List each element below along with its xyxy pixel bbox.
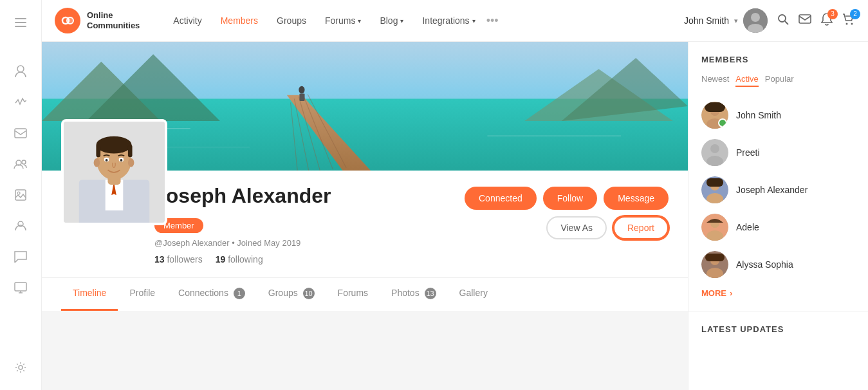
member-item-alyssa[interactable]: Alyssa Sophia: [701, 246, 855, 283]
svg-point-3: [17, 66, 24, 72]
member-item-joseph[interactable]: Joseph Alexander: [701, 171, 855, 209]
svg-point-22: [846, 23, 848, 24]
navbar: Online Communities Activity Members Grou…: [42, 0, 868, 42]
filter-popular[interactable]: Popular: [765, 74, 794, 87]
filter-active[interactable]: Active: [735, 74, 758, 87]
tab-timeline[interactable]: Timeline: [61, 278, 118, 311]
nav-links: Activity Members Groups Forums ▾ Blog ▾ …: [165, 10, 671, 31]
member-name-joseph: Joseph Alexander: [736, 185, 808, 195]
profile-name: Joseph Alexander: [154, 183, 331, 208]
svg-point-61: [710, 144, 719, 153]
tab-groups[interactable]: Groups 10: [257, 278, 326, 311]
nav-forums[interactable]: Forums ▾: [317, 10, 369, 31]
member-item-adele[interactable]: Adele: [701, 209, 855, 246]
gallery-icon[interactable]: [8, 182, 33, 208]
member-avatar-joseph: [701, 176, 728, 203]
svg-point-23: [851, 23, 853, 24]
svg-rect-2: [15, 26, 26, 27]
member-name-john: John Smith: [736, 110, 781, 120]
connected-button[interactable]: Connected: [465, 187, 537, 210]
nav-members[interactable]: Members: [213, 10, 266, 31]
photos-badge: 13: [425, 288, 436, 299]
latest-updates-section: LATEST UPDATES: [688, 311, 868, 337]
member-name-alyssa: Alyssa Sophia: [736, 259, 793, 270]
tab-gallery[interactable]: Gallery: [448, 278, 499, 311]
profile-stats: 13 followers 19 following: [154, 254, 331, 265]
groups-icon[interactable]: [8, 151, 33, 177]
svg-rect-4: [15, 129, 26, 138]
svg-line-20: [785, 21, 788, 24]
filter-newest[interactable]: Newest: [701, 74, 729, 87]
desktop-icon[interactable]: [8, 275, 33, 301]
member-avatar-adele: [701, 214, 728, 241]
view-as-button[interactable]: View As: [546, 216, 607, 239]
svg-point-15: [67, 17, 73, 24]
inbox-icon[interactable]: [8, 120, 33, 146]
right-sidebar: MEMBERS Newest Active Popular: [688, 42, 868, 390]
member-item-john[interactable]: John Smith: [701, 97, 855, 134]
svg-rect-10: [15, 283, 26, 291]
navbar-right: John Smith ▾: [684, 8, 855, 33]
primary-actions: Connected Follow Message: [465, 187, 669, 210]
nav-activity[interactable]: Activity: [165, 10, 209, 31]
follow-button[interactable]: Follow: [543, 187, 597, 210]
member-name-preeti: Preeti: [736, 147, 760, 158]
tab-photos[interactable]: Photos 13: [380, 278, 447, 311]
user-chevron-icon: ▾: [734, 17, 738, 25]
members-title: MEMBERS: [701, 55, 855, 64]
svg-point-6: [22, 160, 26, 164]
member-avatar-preeti: [701, 139, 728, 166]
cart-badge: 2: [850, 9, 860, 19]
settings-icon[interactable]: [8, 355, 33, 380]
svg-rect-66: [706, 178, 723, 187]
svg-point-53: [120, 159, 123, 162]
tab-connections[interactable]: Connections 1: [167, 278, 257, 311]
member-item-preeti[interactable]: Preeti: [701, 134, 855, 171]
profile-top-row: Joseph Alexander Member @Joseph Alexande…: [154, 183, 669, 265]
svg-rect-59: [705, 102, 725, 112]
user-avatar: [743, 8, 768, 33]
menu-icon[interactable]: [8, 10, 33, 35]
notifications-button[interactable]: 3: [821, 13, 833, 29]
more-members-link[interactable]: MORE ›: [701, 288, 855, 298]
profile-tabs: Timeline Profile Connections 1 Groups 10…: [42, 277, 688, 311]
members-icon[interactable]: [8, 213, 33, 239]
messages-button[interactable]: [799, 14, 811, 28]
activity-icon[interactable]: [8, 89, 33, 115]
connections-badge: 1: [234, 288, 245, 299]
members-section: MEMBERS Newest Active Popular: [688, 42, 868, 311]
profile-name-section: Joseph Alexander Member @Joseph Alexande…: [154, 183, 331, 265]
svg-rect-21: [799, 15, 811, 23]
nav-integrations[interactable]: Integrations ▾: [414, 10, 483, 31]
nav-blog[interactable]: Blog ▾: [372, 10, 411, 31]
cart-button[interactable]: 2: [842, 13, 855, 29]
user-menu[interactable]: John Smith ▾: [684, 8, 768, 33]
tab-forums[interactable]: Forums: [326, 278, 380, 311]
search-button[interactable]: [777, 14, 789, 28]
svg-point-17: [751, 13, 760, 22]
svg-point-13: [19, 366, 23, 369]
member-avatar-alyssa: [701, 251, 728, 278]
chat-icon[interactable]: [8, 244, 33, 270]
tab-profile[interactable]: Profile: [118, 278, 167, 311]
member-name-adele: Adele: [736, 222, 759, 232]
profile-username: @Joseph Alexander • Joined May 2019: [154, 238, 331, 248]
brand: Online Communities: [55, 8, 140, 33]
member-avatar-john: [701, 102, 728, 129]
nav-groups[interactable]: Groups: [269, 10, 314, 31]
brand-logo: [55, 8, 80, 33]
svg-point-52: [106, 159, 108, 162]
report-button[interactable]: Report: [613, 216, 669, 239]
message-button[interactable]: Message: [604, 187, 669, 210]
svg-rect-49: [128, 145, 133, 157]
action-buttons: Connected Follow Message View As Report: [465, 183, 669, 239]
nav-more-button[interactable]: •••: [486, 14, 499, 28]
following-label: following: [228, 254, 263, 265]
user-icon[interactable]: [8, 59, 33, 84]
latest-updates-title: LATEST UPDATES: [688, 311, 868, 337]
secondary-actions: View As Report: [546, 216, 669, 239]
followers-label: followers: [167, 254, 202, 265]
blog-chevron-icon: ▾: [400, 17, 403, 24]
member-filter-tabs: Newest Active Popular: [701, 74, 855, 87]
forums-chevron-icon: ▾: [358, 17, 361, 24]
